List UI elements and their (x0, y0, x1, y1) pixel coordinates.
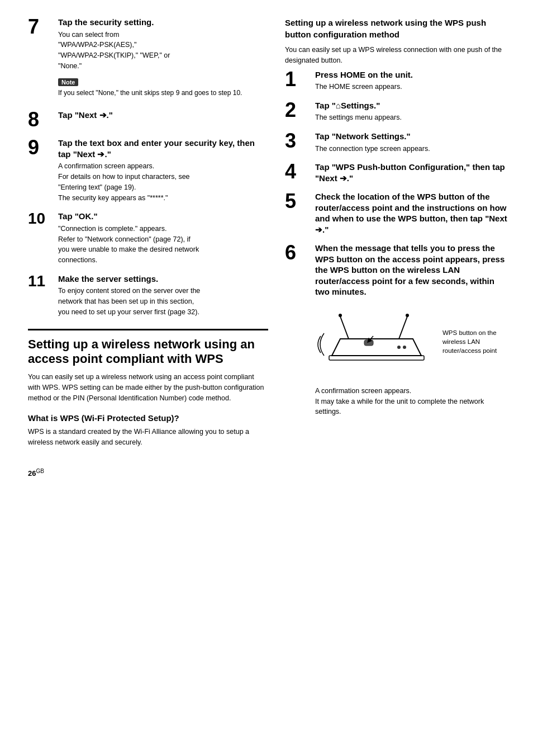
confirmation-text: A confirmation screen appears. It may ta… (315, 386, 511, 417)
right-step-3-title: Tap "Network Settings." (315, 131, 511, 142)
step-9-body: A confirmation screen appears. For detai… (58, 161, 268, 203)
right-step-1-content: Press HOME on the unit. The HOME screen … (315, 69, 511, 92)
right-column: Setting up a wireless network using the … (285, 17, 511, 451)
step-11-content: Make the server settings. To enjoy conte… (58, 273, 268, 318)
right-step-1-title: Press HOME on the unit. (315, 69, 511, 81)
right-step-6-content: When the message that tells you to press… (315, 243, 511, 417)
step-10-body: "Connection is complete." appears. Refer… (58, 224, 268, 266)
right-step-3-body: The connection type screen appears. (315, 144, 511, 154)
right-step-5-content: Check the location of the WPS button of … (315, 191, 511, 235)
right-step-6-block: 6 When the message that tells you to pre… (285, 243, 511, 417)
step-9-number: 9 (28, 138, 55, 158)
svg-rect-2 (329, 356, 424, 360)
right-step-6-number: 6 (285, 243, 312, 263)
wps-diagram-label: WPS button on the wireless LAN router/ac… (442, 328, 511, 355)
left-column: 7 Tap the security setting. You can sele… (28, 17, 268, 451)
wps-diagram-svg (315, 305, 438, 378)
left-section-body: You can easily set up a wireless network… (28, 372, 268, 403)
right-step-3-block: 3 Tap "Network Settings." The connection… (285, 131, 511, 154)
step-10-title: Tap "OK." (58, 211, 268, 222)
right-step-4-number: 4 (285, 162, 312, 182)
svg-point-8 (403, 346, 406, 349)
step-11-number: 11 (28, 273, 55, 289)
right-step-6-title: When the message that tells you to press… (315, 243, 511, 297)
step-7-content: Tap the security setting. You can select… (58, 17, 268, 102)
top-section: 7 Tap the security setting. You can sele… (28, 17, 511, 451)
right-step-4-title: Tap "WPS Push-button Configuration," the… (315, 162, 511, 183)
right-step-4-block: 4 Tap "WPS Push-button Configuration," t… (285, 162, 511, 183)
wps-what-body: WPS is a standard created by the Wi-Fi A… (28, 427, 268, 448)
right-section-title: Setting up a wireless network using the … (285, 17, 511, 40)
step-7-block: 7 Tap the security setting. You can sele… (28, 17, 268, 102)
svg-line-3 (340, 316, 349, 339)
step-10-number: 10 (28, 211, 55, 226)
step-7-body: You can select from "WPA/WPA2-PSK(AES),"… (58, 30, 268, 72)
right-step-1-block: 1 Press HOME on the unit. The HOME scree… (285, 69, 511, 92)
step-8-content: Tap "Next ➔." (58, 110, 268, 121)
right-step-2-number: 2 (285, 100, 312, 120)
wps-what-title: What is WPS (Wi-Fi Protected Setup)? (28, 413, 268, 424)
step-11-block: 11 Make the server settings. To enjoy co… (28, 273, 268, 318)
page-container: 7 Tap the security setting. You can sele… (28, 17, 511, 478)
section-divider (28, 329, 268, 330)
step-9-block: 9 Tap the text box and enter your securi… (28, 138, 268, 203)
step-11-title: Make the server settings. (58, 273, 268, 285)
right-step-2-block: 2 Tap "⌂Settings." The settings menu app… (285, 100, 511, 123)
step-8-title: Tap "Next ➔." (58, 110, 268, 121)
right-step-1-number: 1 (285, 69, 312, 89)
right-step-5-number: 5 (285, 191, 312, 211)
step-8-number: 8 (28, 110, 55, 130)
note-label: Note (58, 78, 78, 86)
step-10-content: Tap "OK." "Connection is complete." appe… (58, 211, 268, 266)
right-step-2-title: Tap "⌂Settings." (315, 100, 511, 111)
step-7-number: 7 (28, 17, 55, 37)
step-7-title: Tap the security setting. (58, 17, 268, 28)
right-step-2-content: Tap "⌂Settings." The settings menu appea… (315, 100, 511, 123)
svg-marker-0 (332, 339, 421, 356)
svg-line-5 (399, 316, 407, 339)
step-9-content: Tap the text box and enter your security… (58, 138, 268, 203)
svg-point-6 (406, 314, 409, 317)
right-step-1-body: The HOME screen appears. (315, 82, 511, 92)
right-step-4-content: Tap "WPS Push-button Configuration," the… (315, 162, 511, 183)
note-text: If you select "None," the unit skips ste… (58, 88, 268, 98)
step-11-body: To enjoy content stored on the server ov… (58, 286, 268, 317)
right-section-body: You can easily set up a WPS wireless con… (285, 45, 511, 66)
left-section-title: Setting up a wireless network using an a… (28, 337, 268, 367)
right-step-3-content: Tap "Network Settings." The connection t… (315, 131, 511, 154)
right-step-5-title: Check the location of the WPS button of … (315, 191, 511, 235)
wps-diagram-area: WPS button on the wireless LAN router/ac… (315, 305, 511, 378)
right-step-5-block: 5 Check the location of the WPS button o… (285, 191, 511, 235)
right-step-3-number: 3 (285, 131, 312, 151)
step-8-block: 8 Tap "Next ➔." (28, 110, 268, 130)
svg-point-9 (397, 346, 401, 349)
step-10-block: 10 Tap "OK." "Connection is complete." a… (28, 211, 268, 266)
svg-point-4 (339, 314, 342, 317)
step-9-title: Tap the text box and enter your security… (58, 138, 268, 159)
right-step-2-body: The settings menu appears. (315, 112, 511, 123)
page-number: 26GB (28, 468, 511, 478)
